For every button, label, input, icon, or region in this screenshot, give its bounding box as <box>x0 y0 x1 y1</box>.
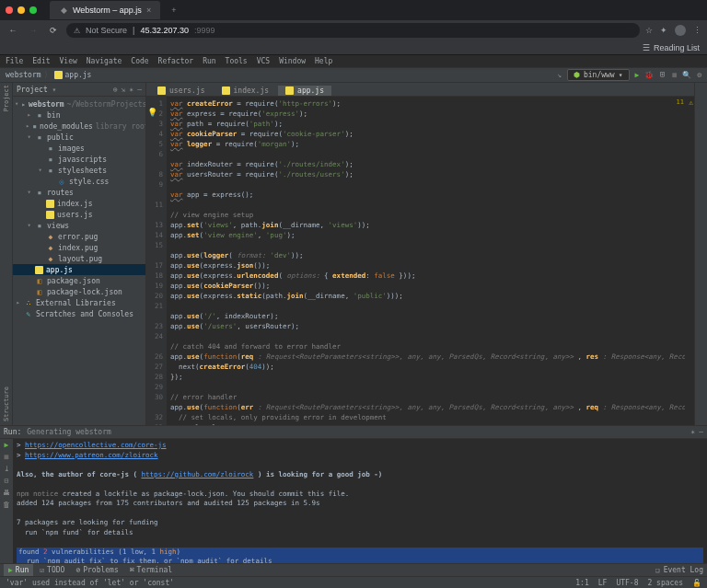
intention-bulb-icon[interactable]: 💡 <box>147 108 157 117</box>
gear-icon[interactable]: ✶ <box>129 86 133 94</box>
tree-stylesheets[interactable]: ▾▪stylesheets <box>13 165 145 176</box>
trash-icon[interactable]: 🗑 <box>3 501 10 509</box>
editor-tab-users[interactable]: users.js <box>150 86 213 96</box>
tree-routes-users[interactable]: users.js <box>13 209 145 220</box>
tree-scratches[interactable]: ✎Scratches and Consoles <box>13 308 145 319</box>
tree-package-lock[interactable]: ◧package-lock.json <box>13 286 145 297</box>
tab-close-icon[interactable]: × <box>146 6 151 15</box>
close-window-icon[interactable] <box>6 6 13 14</box>
collapse-icon[interactable]: ⇲ <box>122 86 126 94</box>
inspection-triangle-icon[interactable]: ⚠ <box>689 98 693 107</box>
coverage-icon[interactable]: ⛨ <box>659 71 666 79</box>
breadcrumb-project[interactable]: webstorm <box>6 71 41 79</box>
target-icon[interactable]: ⊕ <box>113 86 118 94</box>
tree-error-pug[interactable]: ◆error.pug <box>13 231 145 242</box>
debug-icon[interactable]: 🐞 <box>644 71 654 79</box>
marker-stripe: ⚠ 11 <box>685 97 694 425</box>
forward-button[interactable]: → <box>26 26 41 35</box>
browser-tab-strip: ◆ Webstorm – app.js × + <box>0 0 707 20</box>
menu-refactor[interactable]: Refactor <box>158 57 194 65</box>
run-config-dropdown[interactable]: ⬢ bin/www ▾ <box>567 69 630 81</box>
new-tab-button[interactable]: + <box>166 6 181 15</box>
step-icon[interactable]: ⤓ <box>4 465 10 473</box>
event-log-icon: ❏ <box>655 566 660 574</box>
menu-icon[interactable]: ⋮ <box>693 26 701 35</box>
tab-problems[interactable]: ⊘Problems <box>71 564 122 576</box>
tree-external[interactable]: ▸⛬External Libraries <box>13 297 145 308</box>
tree-root[interactable]: ▾▸webstorm ~/WebstormProjects/webstorm <box>13 98 145 110</box>
lock-icon[interactable]: 🔓 <box>692 579 701 587</box>
profile-avatar[interactable] <box>675 25 686 36</box>
hide-icon[interactable]: — <box>699 428 703 436</box>
status-bar: 'var' used instead of 'let' or 'const' 1… <box>0 576 707 588</box>
tree-images[interactable]: ▪images <box>13 143 145 154</box>
menu-file[interactable]: File <box>6 57 23 65</box>
menu-edit[interactable]: Edit <box>32 57 50 65</box>
layout-icon[interactable]: ⊟ <box>5 477 9 485</box>
minimize-window-icon[interactable] <box>17 6 25 14</box>
warning-count: 11 <box>677 98 684 106</box>
console-output[interactable]: > https://opencollective.com/core-js > h… <box>13 439 707 563</box>
search-icon[interactable]: 🔍 <box>682 71 691 79</box>
status-caret[interactable]: 1:1 <box>575 579 588 587</box>
tree-index-pug[interactable]: ◆index.pug <box>13 242 145 253</box>
gear-icon[interactable]: ✶ <box>690 428 695 436</box>
run-icon[interactable]: ▶ <box>635 71 640 79</box>
menu-view[interactable]: View <box>60 57 77 65</box>
project-tree[interactable]: ▾▸webstorm ~/WebstormProjects/webstorm ▸… <box>13 97 145 425</box>
menu-vcs[interactable]: VCS <box>257 57 270 65</box>
menu-navigate[interactable]: Navigate <box>87 57 122 65</box>
ide-header: webstorm 〉 app.js ↘ ⬢ bin/www ▾ ▶ 🐞 ⛨ ■ … <box>0 68 707 83</box>
status-encoding[interactable]: UTF-8 <box>616 579 638 587</box>
tree-javascripts[interactable]: ▪javascripts <box>13 154 145 165</box>
status-indent[interactable]: 2 spaces <box>647 579 683 587</box>
breadcrumb-file[interactable]: app.js <box>65 71 92 79</box>
tab-run[interactable]: ▶Run <box>4 564 33 576</box>
settings-icon[interactable]: ⚙ <box>697 71 701 79</box>
tree-views[interactable]: ▾▪views <box>13 220 145 231</box>
menu-run[interactable]: Run <box>203 57 215 65</box>
tab-event-log[interactable]: Event Log <box>664 566 703 574</box>
js-file-icon <box>54 71 63 79</box>
stripe-structure-tab[interactable]: Structure <box>3 386 10 421</box>
code-area[interactable]: var createError = require('http-errors')… <box>167 97 685 425</box>
menu-window[interactable]: Window <box>279 57 306 65</box>
tab-todo[interactable]: ☑TODO <box>35 564 69 576</box>
editor-tab-app[interactable]: app.js <box>278 86 331 96</box>
tree-style-css[interactable]: ◎style.css <box>13 176 145 187</box>
tree-node-modules[interactable]: ▸▪node_modules library root <box>13 121 145 132</box>
extensions-icon[interactable]: ✦ <box>660 26 667 35</box>
run-config-label: bin/www <box>584 71 615 79</box>
tree-app-js[interactable]: app.js <box>13 264 145 275</box>
menu-help[interactable]: Help <box>315 57 332 65</box>
menu-code[interactable]: Code <box>131 57 148 65</box>
reading-list-button[interactable]: ☰ Reading List <box>643 43 700 52</box>
tree-package-json[interactable]: ◧package.json <box>13 275 145 286</box>
gutter: 123456 89 11 131415 1718192021 2324 2627… <box>146 97 167 425</box>
back-button[interactable]: ← <box>6 26 20 35</box>
stop-icon[interactable]: ■ <box>5 453 9 461</box>
rerun-icon[interactable]: ▶ <box>5 441 9 449</box>
editor-body[interactable]: 💡 123456 89 11 131415 1718192021 2324 26… <box>146 97 694 425</box>
maximize-window-icon[interactable] <box>29 6 37 14</box>
tab-terminal[interactable]: ⌘Terminal <box>125 564 177 576</box>
status-lf[interactable]: LF <box>598 579 608 587</box>
editor-tab-index[interactable]: index.js <box>214 86 277 96</box>
reload-button[interactable]: ⟳ <box>46 26 61 35</box>
add-config-icon[interactable]: ↘ <box>557 71 562 79</box>
tree-public[interactable]: ▾▪public <box>13 132 145 143</box>
menu-tools[interactable]: Tools <box>226 57 248 65</box>
js-file-icon <box>35 266 43 274</box>
stripe-project-tab[interactable]: Project <box>3 85 10 112</box>
bookmark-star-icon[interactable]: ☆ <box>645 26 653 35</box>
stop-icon[interactable]: ■ <box>672 71 677 79</box>
tree-layout-pug[interactable]: ◆layout.pug <box>13 253 145 264</box>
address-bar[interactable]: ⚠ Not Secure | 45.32.207.30:9999 <box>66 23 640 38</box>
print-icon[interactable]: 🖶 <box>3 489 10 497</box>
hide-icon[interactable]: — <box>137 86 142 94</box>
browser-tab-active[interactable]: ◆ Webstorm – app.js × <box>50 1 160 19</box>
tree-routes-index[interactable]: index.js <box>13 198 145 209</box>
tree-bin[interactable]: ▸▪bin <box>13 110 145 121</box>
tree-routes[interactable]: ▾▪routes <box>13 187 145 198</box>
chevron-down-icon[interactable]: ▾ <box>52 86 57 94</box>
